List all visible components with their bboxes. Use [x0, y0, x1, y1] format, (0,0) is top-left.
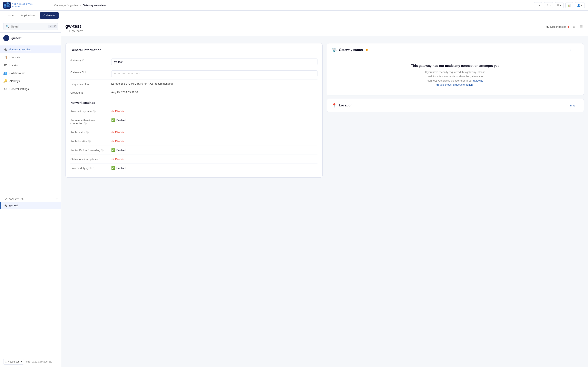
sidebar-item-collaborators[interactable]: 👥 Collaborators — [0, 69, 61, 77]
svg-rect-2 — [4, 6, 6, 8]
sidebar-item-gateway-overview[interactable]: 🔌 Gateway overview — [0, 45, 61, 53]
page-title: gw-test — [65, 24, 83, 29]
menu-button[interactable]: ☰ — [579, 24, 584, 30]
gateway-status-body: This gateway has not made any connection… — [327, 56, 584, 95]
enforce-duty-text: Enabled — [116, 167, 126, 170]
require-auth-info-icon[interactable]: ⓘ — [84, 122, 86, 125]
live-data-icon: 📋 — [3, 55, 7, 59]
public-location-info-icon[interactable]: ⓘ — [88, 140, 91, 143]
status-location-field: Status location updates ⓘ ⊘ Disabled — [70, 155, 318, 164]
star-icon: ☆ — [546, 4, 549, 7]
sidebar-item-label: API keys — [9, 80, 20, 83]
sidebar-item-label: Live data — [9, 56, 20, 59]
location-icon: 📍 — [332, 103, 337, 108]
sidebar-item-live-data[interactable]: 📋 Live data — [0, 53, 61, 61]
logo-icon — [3, 2, 11, 9]
user-button[interactable]: 👤 ▾ — [575, 2, 585, 8]
sidebar-item-label: General settings — [9, 87, 29, 91]
sidebar-item-api-keys[interactable]: 🔑 API keys — [0, 77, 61, 85]
sidebar-back-label: gw-test — [11, 36, 21, 40]
automatic-updates-value: ⊘ Disabled — [111, 109, 318, 113]
location-card: 📍 Location Map → — [327, 99, 584, 112]
svg-rect-9 — [47, 6, 51, 6]
status-location-label: Status location updates ⓘ — [70, 157, 107, 161]
public-location-text: Disabled — [115, 140, 126, 143]
enforce-duty-info-icon[interactable]: ⓘ — [93, 167, 95, 170]
top-gateways-label: Top gateways — [3, 197, 24, 200]
cards-row: General information Gateway ID Gateway E… — [65, 43, 584, 178]
gateway-status-title-text: Gateway status — [339, 48, 363, 52]
frequency-plan-value: Europe 863-870 MHz (SF9 for RX2 - recomm… — [111, 82, 318, 85]
automatic-updates-status: Disabled — [115, 110, 126, 113]
sidebar-item-location[interactable]: 🗺 Location — [0, 61, 61, 69]
status-location-icon: ⊘ — [111, 157, 114, 161]
public-status-text: Disabled — [115, 131, 126, 134]
gateway-item-icon: 🔌 — [4, 204, 7, 207]
page-title-area: gw-test ID: gw-test — [65, 24, 83, 33]
breadcrumb-gateways[interactable]: Gateways — [54, 4, 66, 7]
enforce-duty-label: Enforce duty cycle ⓘ — [70, 166, 107, 170]
enforce-duty-icon: ✅ — [111, 166, 115, 170]
automatic-updates-field: Automatic updates ⓘ ⊘ Disabled — [70, 107, 318, 116]
noc-link[interactable]: NOC → — [570, 49, 579, 52]
back-button[interactable]: ← — [3, 35, 9, 41]
connection-icon: 🔌 — [546, 25, 549, 28]
connection-status: 🔌 Disconnected — [546, 25, 569, 28]
top-gateways-section: Top gateways + — [0, 194, 61, 202]
gateway-id-input[interactable] — [111, 58, 318, 65]
add-button[interactable]: + ▾ — [534, 2, 542, 8]
gateway-overview-icon: 🔌 — [3, 48, 7, 51]
connection-status-text: Disconnected — [550, 25, 566, 28]
sidebar-back[interactable]: ← gw-test — [0, 33, 61, 44]
tab-gateways[interactable]: Gateways — [40, 12, 59, 19]
user-icon: 👤 — [577, 4, 580, 7]
breadcrumb-separator-2: > — [80, 4, 81, 7]
tab-applications[interactable]: Applications — [18, 11, 39, 20]
general-info-title: General information — [70, 48, 318, 52]
public-status-field: Public status ⓘ ⊘ Disabled — [70, 128, 318, 137]
top-gateways-header: Top gateways + — [3, 197, 58, 201]
gateway-status-card: 📡 Gateway status NOC → This gateway has … — [327, 43, 584, 95]
collaborators-icon: 👥 — [3, 71, 7, 75]
require-auth-field: Require authenticated connection ⓘ ✅ Ena… — [70, 116, 318, 128]
enforce-duty-value: ✅ Enabled — [111, 166, 318, 170]
gateway-eui-input[interactable] — [111, 70, 318, 77]
search-icon: 🔍 — [6, 25, 9, 28]
notifications-button[interactable]: ✉ ▾ — [555, 2, 564, 8]
created-at-label: Created at — [70, 91, 107, 94]
location-card-header: 📍 Location Map → — [327, 99, 584, 112]
sidebar-item-label: Gateway overview — [9, 48, 31, 51]
sidebar-gateway-gw-test[interactable]: 🔌 gw-test — [0, 202, 61, 209]
no-connection-title: This gateway has not made any connection… — [332, 64, 579, 68]
map-link[interactable]: Map → — [570, 104, 579, 107]
sidebar-item-general-settings[interactable]: ⚙ General settings — [0, 85, 61, 93]
resources-button[interactable]: ℹ Resources ▾ — [3, 359, 24, 365]
packet-broker-info-icon[interactable]: ⓘ — [101, 149, 104, 152]
logo-area: THE THINGS STACK CLOUD — [3, 2, 44, 9]
gateway-id-value — [111, 58, 318, 65]
status-location-value: ⊘ Disabled — [111, 157, 318, 161]
search-input[interactable] — [11, 25, 47, 28]
created-at-field: Created at Aug 29, 2024 09:37:34 — [70, 88, 318, 97]
sidebar-item-label: Location — [9, 64, 19, 67]
location-title: 📍 Location — [332, 103, 353, 108]
sidebar-toggle-button[interactable] — [47, 2, 52, 8]
public-status-icon: ⊘ — [111, 130, 114, 134]
tab-home[interactable]: Home — [3, 11, 17, 20]
main-content: gw-test ID: gw-test 🔌 Disconnected ☆ ☰ — [61, 20, 588, 367]
status-location-info-icon[interactable]: ⓘ — [99, 158, 101, 161]
cmd-key: ⌘ — [48, 25, 53, 28]
console-button[interactable]: 📊 — [565, 2, 573, 8]
menu-icon: ☰ — [580, 25, 583, 29]
sidebar-menu: 🔌 Gateway overview 📋 Live data 🗺 Locatio… — [0, 44, 61, 194]
star-button[interactable]: ☆ ▾ — [544, 2, 553, 8]
sidebar: 🔍 ⌘ K ← gw-test 🔌 Gateway overview 📋 Liv… — [0, 20, 61, 367]
page-header: gw-test ID: gw-test 🔌 Disconnected ☆ ☰ — [61, 20, 588, 36]
public-status-info-icon[interactable]: ⓘ — [86, 131, 89, 134]
search-box: 🔍 ⌘ K — [0, 20, 61, 33]
gateway-id-label: Gateway ID — [70, 58, 107, 62]
favorite-button[interactable]: ☆ — [571, 24, 577, 30]
automatic-updates-info-icon[interactable]: ⓘ — [93, 110, 95, 113]
add-gateway-button[interactable]: + — [56, 197, 58, 201]
breadcrumb-gw-test[interactable]: gw-test — [70, 4, 79, 7]
